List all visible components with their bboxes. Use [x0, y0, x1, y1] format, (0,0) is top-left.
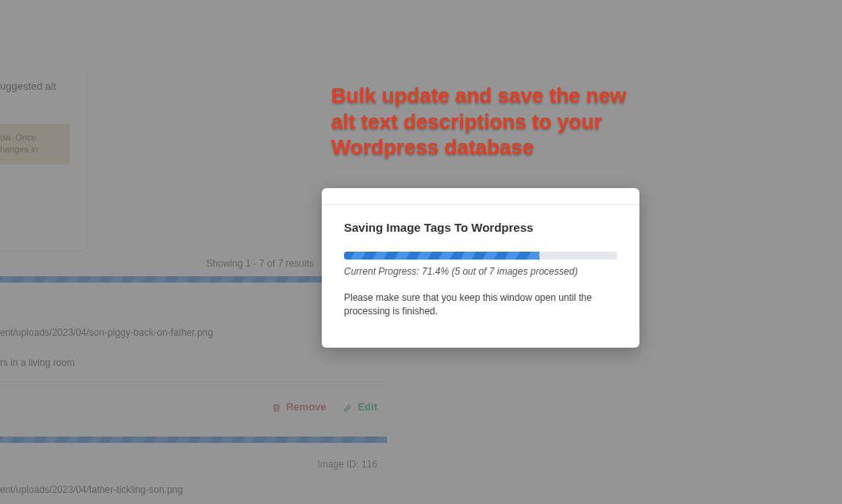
save-progress-modal: Saving Image Tags To Wordpress Current P… — [322, 188, 639, 348]
modal-note: Please make sure that you keep this wind… — [344, 291, 617, 319]
progress-text: Current Progress: 71.4% (5 out of 7 imag… — [344, 266, 617, 277]
annotation-callout: Bulk update and save the new alt text de… — [331, 83, 649, 160]
modal-title: Saving Image Tags To Wordpress — [344, 221, 617, 234]
modal-divider — [322, 204, 639, 205]
progress-fill — [344, 252, 539, 260]
progress-bar — [344, 252, 617, 260]
